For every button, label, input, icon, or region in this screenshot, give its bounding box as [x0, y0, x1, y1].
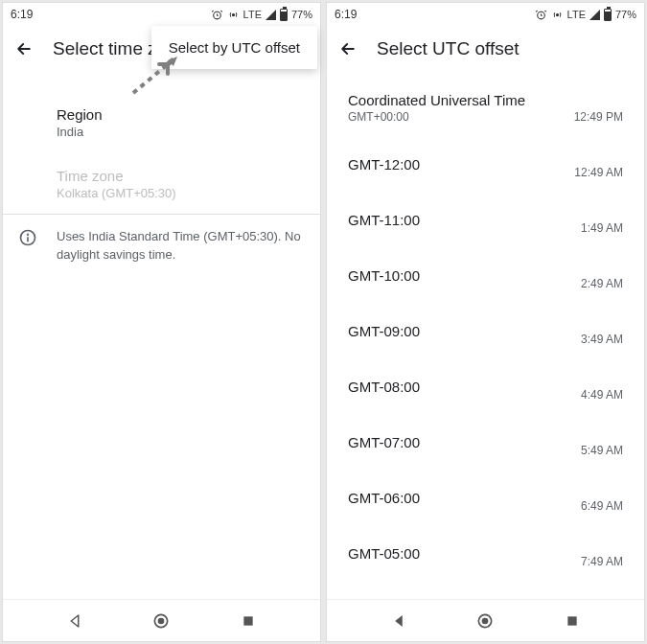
alarm-icon [535, 9, 547, 21]
list-item[interactable]: Coordinated Universal TimeGMT+00:0012:49… [327, 80, 644, 136]
svg-point-7 [158, 617, 165, 624]
list-item-time: 1:49 AM [581, 204, 623, 235]
content: Region India Time zone Kolkata (GMT+05:3… [3, 72, 320, 599]
list-item-time: 8:49 AM [581, 593, 623, 599]
list-item[interactable]: GMT-04:008:49 AM [327, 581, 644, 599]
list-item[interactable]: GMT-10:002:49 AM [327, 247, 644, 303]
status-right: LTE 77% [535, 9, 636, 21]
signal-icon [266, 10, 276, 20]
svg-point-5 [28, 234, 29, 235]
list-item[interactable]: GMT-08:004:49 AM [327, 358, 644, 414]
lte-label: LTE [243, 9, 262, 20]
battery-pct: 77% [615, 9, 636, 20]
timezone-row: Time zone Kolkata (GMT+05:30) [3, 152, 320, 214]
list-item-name: GMT-10:00 [348, 267, 420, 284]
battery-icon [280, 9, 288, 21]
list-item[interactable]: GMT-11:001:49 AM [327, 192, 644, 247]
info-text: Uses India Standard Time (GMT+05:30). No… [57, 228, 305, 264]
list-item-name: GMT-06:00 [348, 490, 420, 506]
content: Coordinated Universal TimeGMT+00:0012:49… [327, 72, 644, 599]
status-right: LTE 77% [211, 9, 312, 21]
timezone-value: Kolkata (GMT+05:30) [57, 186, 266, 200]
navbar [327, 599, 644, 641]
list-item[interactable]: GMT-05:007:49 AM [327, 525, 644, 581]
list-item[interactable]: GMT-06:006:49 AM [327, 470, 644, 525]
utc-list[interactable]: Coordinated Universal TimeGMT+00:0012:49… [327, 72, 644, 599]
hotspot-icon [551, 9, 564, 21]
list-item-name: GMT-09:00 [348, 323, 420, 339]
statusbar: 6:19 LTE 77% [3, 3, 320, 26]
svg-point-1 [232, 13, 234, 15]
info-icon [18, 228, 37, 247]
nav-back-icon[interactable] [64, 610, 85, 632]
back-icon[interactable] [338, 39, 358, 58]
hotspot-icon [227, 9, 240, 21]
page-title: Select UTC offset [377, 38, 520, 59]
phone-left: 6:19 LTE 77% Select time zone Select by … [2, 2, 321, 642]
nav-home-icon[interactable] [474, 610, 496, 632]
alarm-icon [211, 9, 223, 21]
list-item-time: 6:49 AM [581, 482, 623, 513]
svg-rect-13 [567, 616, 576, 625]
list-item[interactable]: GMT-12:0012:49 AM [327, 136, 644, 192]
battery-pct: 77% [291, 9, 312, 20]
list-item-time: 12:49 PM [574, 106, 623, 124]
list-item-time: 4:49 AM [581, 371, 623, 402]
lte-label: LTE [567, 9, 586, 20]
phone-right: 6:19 LTE 77% Select UTC offset Coordinat… [326, 2, 645, 642]
list-item-name: GMT-05:00 [348, 545, 420, 562]
list-item-time: 3:49 AM [581, 315, 623, 346]
appbar: Select UTC offset [327, 26, 644, 72]
list-item-sub: GMT+00:00 [348, 110, 525, 124]
list-item-name: GMT-07:00 [348, 434, 420, 450]
list-item-time: 5:49 AM [581, 426, 623, 457]
status-time: 6:19 [335, 8, 357, 21]
list-item-name: GMT-11:00 [348, 212, 420, 228]
statusbar: 6:19 LTE 77% [327, 3, 644, 26]
list-item-time: 2:49 AM [581, 260, 623, 290]
list-item-time: 12:49 AM [574, 149, 623, 179]
list-item-name: GMT-12:00 [348, 156, 420, 172]
nav-back-icon[interactable] [388, 610, 409, 632]
list-item-time: 7:49 AM [581, 538, 623, 568]
battery-icon [604, 9, 612, 21]
navbar [3, 599, 320, 641]
list-item[interactable]: GMT-07:005:49 AM [327, 414, 644, 470]
region-value: India [57, 125, 266, 139]
popup-menu-item[interactable]: Select by UTC offset [151, 26, 317, 69]
status-time: 6:19 [11, 8, 33, 21]
svg-point-12 [482, 617, 489, 624]
list-item-name: GMT-08:00 [348, 379, 420, 395]
info-row: Uses India Standard Time (GMT+05:30). No… [3, 215, 320, 278]
svg-rect-8 [243, 616, 252, 625]
nav-home-icon[interactable] [150, 610, 172, 632]
svg-point-10 [556, 13, 558, 15]
region-label: Region [57, 106, 266, 123]
back-icon[interactable] [14, 39, 34, 58]
nav-recent-icon[interactable] [238, 610, 259, 632]
list-item[interactable]: GMT-09:003:49 AM [327, 303, 644, 358]
region-row[interactable]: Region India [3, 91, 320, 152]
timezone-label: Time zone [57, 168, 266, 184]
signal-icon [589, 10, 600, 20]
nav-recent-icon[interactable] [562, 610, 583, 632]
list-item-name: Coordinated Universal Time [348, 92, 525, 108]
